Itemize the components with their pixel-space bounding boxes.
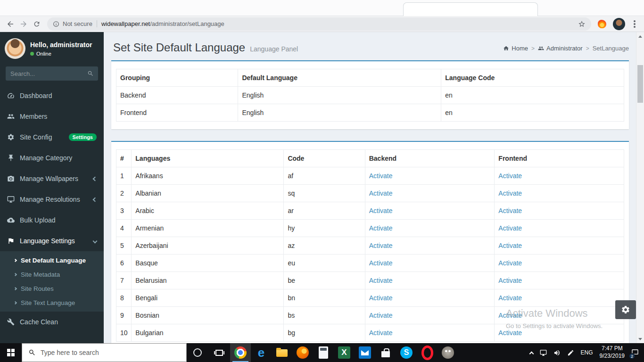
reload-button[interactable] [30,17,43,31]
action-center-button[interactable]: 2 [628,343,642,362]
frontend-cell: Activate [495,255,624,272]
subnav-label: Site Text Language [21,299,75,306]
gimp-icon[interactable] [438,343,458,362]
column-header-backend: Backend [365,150,495,167]
frontend-activate-link[interactable]: Activate [498,277,522,284]
sidebar-item-cache-clean[interactable]: Cache Clean [0,312,104,332]
chrome-icon[interactable] [230,343,251,362]
backend-cell: Activate [365,167,495,185]
pen-tray-button[interactable] [564,343,578,362]
frontend-activate-link[interactable]: Activate [498,242,522,249]
backend-activate-link[interactable]: Activate [369,312,393,319]
sidebar-subitem-site-metadata[interactable]: Site Metadata [0,267,104,281]
row-number: 7 [116,272,132,289]
frontend-activate-link[interactable]: Activate [498,294,522,302]
taskbar-clock[interactable]: 7:47 PM 9/23/2019 [596,343,628,362]
main-content: Set Site Default Language Language Panel… [104,32,636,343]
frontend-activate-link[interactable]: Activate [498,224,522,232]
backend-activate-link[interactable]: Activate [369,189,393,197]
table-header-row: # Languages Code Backend Frontend [116,150,624,167]
cortana-button[interactable] [187,343,208,362]
network-tray-button[interactable] [537,343,550,362]
frontend-activate-link[interactable]: Activate [498,189,522,197]
start-button[interactable] [0,343,22,362]
sidebar-subitem-set-default-language[interactable]: Set Default Language [0,253,104,267]
taskbar-search[interactable]: Type here to search [22,343,187,362]
sidebar-item-manage-resolutions[interactable]: Manage Resolutions [0,189,104,210]
backend-activate-link[interactable]: Activate [369,207,393,214]
sidebar-item-dashboard[interactable]: Dashboard [0,85,104,106]
browser-menu-button[interactable] [634,23,636,25]
frontend-activate-link[interactable]: Activate [498,329,522,337]
backend-activate-link[interactable]: Activate [369,294,393,302]
volume-tray-button[interactable] [550,343,564,362]
row-number: 8 [116,289,132,307]
sidebar-search-button[interactable] [83,66,98,81]
language-row: 8BengalibnActivateActivate [116,289,624,307]
user-info: Hello, administrator Online [30,41,92,57]
back-button[interactable] [4,17,17,31]
mail-icon[interactable] [355,343,375,362]
breadcrumb: Home > Administrator > SetLanguage [503,45,629,52]
breadcrumb-current: SetLanguage [593,45,629,52]
language-name: Afrikaans [132,167,284,185]
store-icon[interactable] [375,343,396,362]
skype-icon[interactable] [396,343,417,362]
breadcrumb-home[interactable]: Home [503,45,528,52]
sidebar-item-members[interactable]: Members [0,106,104,127]
forward-button[interactable] [17,17,30,31]
sidebar-subitem-site-text-language[interactable]: Site Text Language [0,296,104,310]
backend-cell: Activate [365,202,495,220]
excel-icon[interactable] [334,343,355,362]
sidebar-item-site-config[interactable]: Site Config Settings [0,127,104,148]
gear-icon [621,305,630,314]
tray-overflow-button[interactable] [527,343,537,362]
backend-activate-link[interactable]: Activate [369,242,393,249]
scrollbar-down-button[interactable] [636,335,644,343]
sidebar-subitem-site-routes[interactable]: Site Routes [0,281,104,296]
default-language-table: Grouping Default Language Language Code … [116,69,624,122]
address-bar[interactable]: Not secure widewallpaper.net/administrat… [47,17,591,31]
column-header-grouping: Grouping [116,69,238,87]
scrollbar-up-button[interactable] [636,33,644,40]
page-scrollbar[interactable] [636,32,644,343]
sidebar-item-language-settings[interactable]: Language Settings [0,230,104,251]
extension-icon[interactable] [598,20,606,28]
sidebar-item-manage-wallpapers[interactable]: Manage Wallpapers [0,168,104,189]
settings-gear-button[interactable] [615,300,636,319]
file-explorer-logo [276,346,288,359]
language-code: ar [284,202,365,220]
browser-profile-avatar[interactable] [613,18,625,30]
calculator-icon[interactable] [313,343,334,362]
subnav-label: Site Routes [21,285,54,292]
frontend-activate-link[interactable]: Activate [498,207,522,214]
task-view-button[interactable] [208,343,230,362]
opera-icon[interactable] [417,343,438,362]
browser-tab[interactable] [403,2,538,16]
sidebar-item-manage-category[interactable]: Manage Category [0,148,104,168]
language-name: Belarusian [132,272,284,289]
backend-activate-link[interactable]: Activate [369,224,393,232]
breadcrumb-administrator[interactable]: Administrator [538,45,583,52]
firefox-icon[interactable] [292,343,313,362]
frontend-activate-link[interactable]: Activate [498,259,522,267]
chevron-left-icon [93,176,98,181]
sidebar-search-input[interactable] [6,66,83,81]
table-row: Frontend English en [116,104,624,122]
gimp-logo [442,346,454,359]
language-indicator[interactable]: ENG [578,343,596,362]
backend-activate-link[interactable]: Activate [369,172,393,180]
frontend-activate-link[interactable]: Activate [498,312,522,319]
backend-activate-link[interactable]: Activate [369,329,393,337]
frontend-cell: Activate [495,220,624,237]
edge-icon[interactable] [251,343,272,362]
frontend-activate-link[interactable]: Activate [498,172,522,180]
backend-activate-link[interactable]: Activate [369,259,393,267]
backend-activate-link[interactable]: Activate [369,277,393,284]
frontend-cell: Activate [495,202,624,220]
resolutions-icon [7,196,15,203]
sidebar-item-bulk-upload[interactable]: Bulk Upload [0,210,104,230]
file-explorer-icon[interactable] [272,343,292,362]
scrollbar-thumb[interactable] [637,65,643,103]
bookmark-star-button[interactable] [578,20,586,28]
